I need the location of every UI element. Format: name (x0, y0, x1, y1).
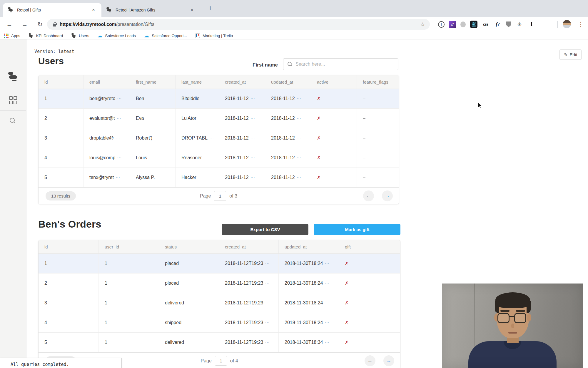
overflow-dots: ··· (210, 136, 214, 140)
column-header-user-id[interactable]: user_id (99, 240, 159, 254)
gray-dot-extension-icon[interactable] (460, 21, 466, 27)
results-count-badge: 13 results (46, 191, 76, 200)
table-row[interactable]: 51delivered2018-11-12T19:23···2018-11-30… (39, 333, 400, 352)
app-sidebar (0, 39, 26, 368)
next-page-button[interactable]: → (382, 190, 393, 201)
overflow-dots: ··· (297, 175, 301, 180)
ublock-shield-extension-icon[interactable] (506, 21, 511, 27)
profile-avatar[interactable] (563, 20, 571, 28)
swirl-extension-icon[interactable]: ✳ (516, 21, 523, 28)
edit-button[interactable]: ✎ Edit (559, 49, 582, 60)
alert-circle-extension-icon[interactable]: ! (438, 21, 445, 28)
column-header-last-name[interactable]: last_name (176, 75, 219, 89)
bookmark-salesforce-opport[interactable]: ☁Salesforce Opport... (144, 33, 187, 38)
first-name-search[interactable] (283, 58, 398, 70)
table-cell: 1 (39, 254, 99, 273)
column-header-id[interactable]: id (39, 75, 83, 89)
bookmark-apps[interactable]: Apps (4, 34, 20, 38)
table-cell: ✗ (311, 128, 357, 148)
forward-icon[interactable]: → (21, 21, 29, 28)
table-cell: ✗ (311, 109, 357, 128)
next-page-button[interactable]: → (383, 355, 394, 366)
previous-page-button[interactable]: ← (363, 190, 374, 201)
previous-page-button[interactable]: ← (365, 355, 375, 366)
retool-icon (71, 33, 76, 38)
browser-menu-icon[interactable]: ⋮ (578, 17, 584, 32)
table-row[interactable]: 41shipped2018-11-12T19:23···2018-11-30T1… (39, 313, 400, 333)
column-header-first-name[interactable]: first_name (130, 75, 176, 89)
tab-retool-gifts[interactable]: Retool | Gifts × (3, 3, 101, 17)
overflow-dots: ··· (325, 281, 329, 285)
bookmark-kpi-dashboard[interactable]: KPI Dashboard (29, 33, 63, 38)
table-cell: shipped (159, 313, 219, 332)
table-cell: 1 (99, 333, 159, 352)
table-row[interactable]: 31delivered2018-11-12T19:23···2018-11-30… (39, 293, 400, 313)
bookmarks-bar: AppsKPI DashboardUsers☁Salesforce Leads☁… (0, 32, 588, 39)
column-header-updated-at[interactable]: updated_at (279, 240, 339, 254)
tab-retool-amazon-gifts[interactable]: Retool | Amazon Gifts × (101, 3, 200, 17)
serif-i-extension-icon[interactable]: I (528, 21, 535, 28)
orders-section-title: Ben's Orders (38, 218, 101, 230)
search-icon[interactable] (10, 118, 16, 124)
column-header-id[interactable]: id (39, 240, 99, 254)
export-to-csv-button[interactable]: Export to CSV (222, 224, 308, 235)
table-cell: Robert') (130, 128, 176, 148)
bookmark-users[interactable]: Users (71, 33, 89, 38)
overflow-dots: ··· (251, 136, 255, 140)
column-header-gift[interactable]: gift (339, 240, 400, 254)
grid-icon[interactable] (9, 96, 17, 104)
reload-icon[interactable]: ↻ (36, 21, 44, 28)
browser-window: Retool | Gifts × Retool | Amazon Gifts ×… (0, 0, 588, 368)
column-header-feature-flags[interactable]: feature_flags (357, 75, 399, 89)
table-row[interactable]: 5tenx@tryret···Alyssa P.Hacker2018-11-12… (39, 168, 399, 188)
search-input[interactable] (295, 62, 398, 67)
table-cell: Hacker (176, 168, 219, 187)
table-cell: 1 (39, 89, 83, 108)
column-header-active[interactable]: active (311, 75, 357, 89)
table-cell: 2018-11-12··· (265, 128, 311, 148)
version-label: Version: latest (34, 49, 74, 54)
retool-logo-icon[interactable] (8, 72, 19, 82)
react-extension-icon[interactable] (470, 21, 477, 28)
table-row[interactable]: 21placed2018-11-12T19:23···2018-11-30T18… (39, 273, 400, 293)
overflow-dots: ··· (325, 321, 329, 325)
page-number-input[interactable] (215, 356, 227, 366)
tab-strip: Retool | Gifts × Retool | Amazon Gifts ×… (0, 0, 588, 17)
css-extension-icon[interactable]: css (482, 21, 490, 28)
bookmark-star-icon[interactable]: ☆ (420, 21, 425, 28)
column-header-status[interactable]: status (159, 240, 219, 254)
tab-title: Retool | Amazon Gifts (116, 8, 189, 12)
close-tab-icon[interactable]: × (90, 7, 97, 13)
column-header-created-at[interactable]: created_at (219, 75, 265, 89)
retool-favicon (106, 7, 112, 13)
table-cell: – (357, 89, 399, 108)
table-row[interactable]: 4louis@comp···LouisReasoner2018-11-12···… (39, 148, 399, 168)
table-cell: ✗ (339, 313, 400, 332)
table-cell: droptable@··· (83, 128, 130, 148)
table-cell: 2018-11-12··· (265, 168, 311, 187)
table-cell: Bitdiddle (176, 89, 219, 108)
table-row[interactable]: 1ben@tryreto···BenBitdiddle2018-11-12···… (39, 89, 399, 109)
bookmark-salesforce-leads[interactable]: ☁Salesforce Leads (98, 33, 136, 38)
bookmark-marketing-trello[interactable]: Marketing | Trello (195, 33, 233, 38)
table-row[interactable]: 11placed2018-11-12T19:23···2018-11-30T18… (39, 254, 400, 273)
table-cell: ben@tryreto··· (83, 89, 130, 108)
column-header-email[interactable]: email (83, 75, 130, 89)
new-tab-button[interactable]: + (206, 4, 215, 13)
table-row[interactable]: 3droptable@···Robert')DROP TABL···2018-1… (39, 128, 399, 148)
overflow-dots: ··· (265, 281, 270, 285)
page-number-input[interactable] (214, 191, 226, 201)
bookmark-label: Users (79, 34, 89, 38)
column-header-created-at[interactable]: created_at (219, 240, 279, 254)
mark-as-gift-button[interactable]: Mark as gift (314, 224, 400, 235)
table-cell: 5 (39, 168, 83, 187)
users-section-title: Users (38, 56, 64, 67)
font-question-extension-icon[interactable]: f? (494, 21, 502, 28)
column-header-updated-at[interactable]: updated_at (265, 75, 311, 89)
purple-slashes-extension-icon[interactable]: // (449, 21, 456, 28)
close-tab-icon[interactable]: × (189, 7, 195, 13)
table-row[interactable]: 2evaluator@t···EvaLu Ator2018-11-12···20… (39, 109, 399, 128)
back-icon[interactable]: ← (5, 21, 14, 28)
address-bar[interactable]: https://vids.tryretool.com/presentation/… (47, 19, 430, 30)
mouse-cursor (476, 102, 483, 109)
